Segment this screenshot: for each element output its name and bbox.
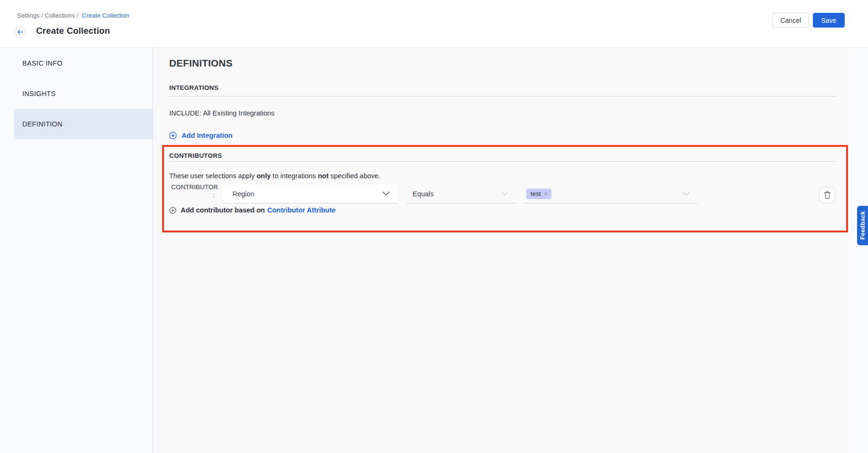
- save-button[interactable]: Save: [813, 13, 845, 28]
- contributors-heading: CONTRIBUTORS: [169, 152, 222, 159]
- feedback-tab[interactable]: Feedback: [857, 206, 868, 245]
- main-content: DEFINITIONS INTEGRATIONS INCLUDE: All Ex…: [154, 48, 851, 453]
- trash-icon: [824, 191, 831, 199]
- contributor-attribute-link[interactable]: Contributor Attribute: [267, 206, 336, 214]
- feedback-tab-label: Feedback: [859, 211, 866, 240]
- chevron-down-icon: [683, 192, 690, 196]
- chevron-down-icon: [501, 192, 508, 196]
- delete-contributor-button[interactable]: [819, 187, 835, 203]
- note-text: specified above.: [328, 172, 380, 180]
- breadcrumb: Settings / Collections / Create Collecti…: [17, 12, 129, 19]
- sidebar-item-basic-info[interactable]: BASIC INFO: [0, 48, 153, 78]
- integrations-heading: INTEGRATIONS: [169, 84, 218, 91]
- tag-remove-icon[interactable]: ×: [544, 191, 548, 197]
- chevron-down-icon: [382, 192, 390, 196]
- value-tag-label: test: [530, 190, 541, 197]
- note-text: These user selections apply: [169, 172, 257, 180]
- include-text: INCLUDE: All Existing Integrations: [169, 109, 275, 117]
- contributor-row-label: CONTRIBUTOR :: [171, 183, 219, 199]
- attribute-select[interactable]: Region: [222, 184, 397, 203]
- arrow-left-icon: [17, 29, 23, 35]
- add-contributor-text: Add contributor based on: [181, 206, 265, 214]
- sidebar-item-definition[interactable]: DEFINITION: [14, 109, 153, 139]
- circle-plus-icon: [169, 132, 177, 139]
- operator-select-value: Equals: [413, 190, 434, 198]
- contributors-divider: [169, 161, 836, 162]
- contributor-label-colon: :: [171, 191, 219, 199]
- page-header: Settings / Collections / Create Collecti…: [0, 0, 868, 48]
- circle-plus-icon: [169, 207, 176, 214]
- app-body: BASIC INFO INSIGHTS DEFINITION DEFINITIO…: [0, 48, 868, 453]
- values-multiselect[interactable]: test ×: [524, 184, 697, 203]
- section-title: DEFINITIONS: [169, 58, 232, 69]
- breadcrumb-current[interactable]: Create Collection: [82, 12, 129, 19]
- contributor-label-text: CONTRIBUTOR: [171, 183, 218, 191]
- add-integration-button[interactable]: Add Integration: [169, 132, 232, 139]
- note-text: to integrations: [271, 172, 318, 180]
- sidebar-item-insights[interactable]: INSIGHTS: [0, 78, 153, 109]
- contributors-note: These user selections apply only to inte…: [169, 172, 380, 180]
- page-title: Create Collection: [36, 26, 110, 36]
- note-bold-only: only: [257, 172, 271, 180]
- breadcrumb-prefix[interactable]: Settings / Collections /: [17, 12, 78, 19]
- cancel-button[interactable]: Cancel: [772, 13, 809, 28]
- integrations-divider: [169, 96, 836, 96]
- attribute-select-value: Region: [232, 190, 254, 198]
- sidebar: BASIC INFO INSIGHTS DEFINITION: [0, 48, 153, 453]
- value-tag: test ×: [526, 189, 551, 199]
- add-contributor-row[interactable]: Add contributor based on Contributor Att…: [169, 206, 336, 214]
- operator-select[interactable]: Equals: [406, 184, 516, 203]
- add-integration-label: Add Integration: [182, 132, 232, 139]
- back-button[interactable]: [14, 26, 26, 38]
- note-bold-not: not: [318, 172, 329, 180]
